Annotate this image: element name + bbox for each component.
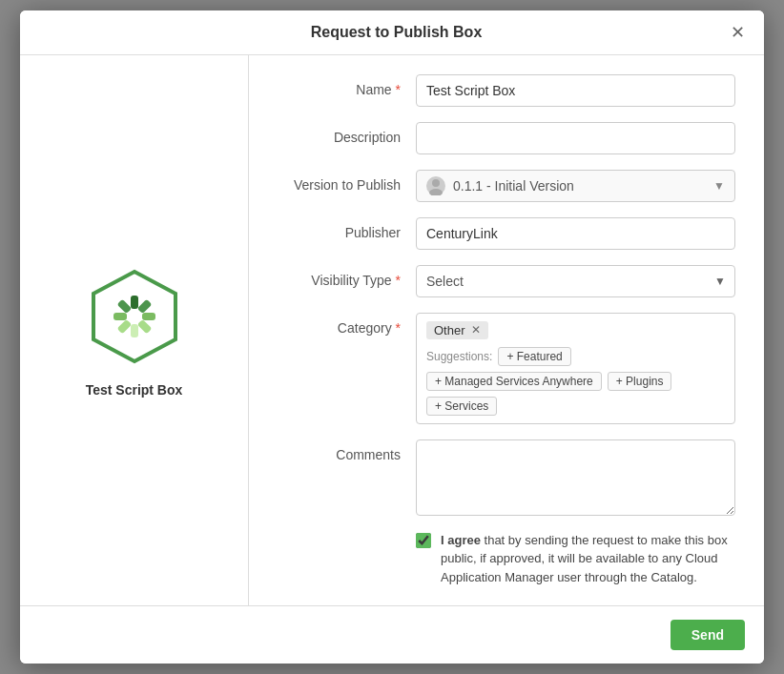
category-row: Category * Other ✕ Suggestions: + Fe xyxy=(278,313,735,424)
category-tag-other: Other ✕ xyxy=(426,321,488,339)
svg-rect-2 xyxy=(136,298,152,314)
agree-text: I agree that by sending the request to m… xyxy=(441,531,735,587)
suggestions-label: Suggestions: xyxy=(426,350,492,363)
modal-title: Request to Publish Box xyxy=(62,24,731,41)
suggestions-row: Suggestions: + Featured + Managed Servic… xyxy=(426,347,725,416)
publisher-label: Publisher xyxy=(278,217,416,240)
visibility-select[interactable]: Select Public Private Internal xyxy=(416,265,735,297)
right-panel: Name * Description Version to Publish xyxy=(249,55,764,606)
category-required-star: * xyxy=(396,320,401,336)
name-label: Name * xyxy=(278,74,416,97)
svg-rect-6 xyxy=(116,318,132,334)
suggestion-featured[interactable]: + Featured xyxy=(498,347,570,366)
svg-point-10 xyxy=(429,189,443,195)
svg-rect-1 xyxy=(131,296,138,309)
modal-header: Request to Publish Box ✕ xyxy=(20,10,764,55)
suggestion-plugins[interactable]: + Plugins xyxy=(608,372,672,391)
publisher-row: Publisher xyxy=(278,217,735,250)
category-label: Category * xyxy=(278,313,416,336)
svg-rect-7 xyxy=(113,313,127,320)
visibility-row: Visibility Type * Select Public Private … xyxy=(278,265,735,297)
comments-row: Comments xyxy=(278,439,735,516)
close-button[interactable]: ✕ xyxy=(731,24,745,41)
version-value: 0.1.1 - Initial Version xyxy=(453,178,574,194)
description-row: Description xyxy=(278,122,735,154)
visibility-select-wrapper: Select Public Private Internal ▼ xyxy=(416,265,735,297)
version-chevron-icon: ▼ xyxy=(713,179,725,193)
version-row: Version to Publish 0.1.1 - Initial Versi… xyxy=(278,170,735,202)
modal-footer: Send xyxy=(20,606,764,664)
left-panel: Test Script Box xyxy=(20,55,249,606)
svg-rect-4 xyxy=(136,318,152,334)
svg-marker-0 xyxy=(93,272,175,361)
svg-rect-5 xyxy=(131,324,138,337)
agree-checkbox[interactable] xyxy=(416,533,431,548)
version-dropdown[interactable]: 0.1.1 - Initial Version ▼ xyxy=(416,170,735,202)
visibility-label: Visibility Type * xyxy=(278,265,416,288)
send-button[interactable]: Send xyxy=(671,620,745,650)
category-box[interactable]: Other ✕ Suggestions: + Featured + Manage… xyxy=(416,313,735,424)
version-avatar xyxy=(426,176,445,195)
publisher-input[interactable] xyxy=(416,217,735,250)
category-tags: Other ✕ xyxy=(426,321,725,339)
description-label: Description xyxy=(278,122,416,145)
svg-point-9 xyxy=(432,179,440,187)
svg-rect-3 xyxy=(142,313,155,320)
suggestion-services[interactable]: + Services xyxy=(426,397,497,416)
tag-close-icon[interactable]: ✕ xyxy=(471,324,481,336)
visibility-required-star: * xyxy=(396,273,401,288)
box-title: Test Script Box xyxy=(86,382,183,398)
version-label: Version to Publish xyxy=(278,170,416,193)
suggestion-managed-services[interactable]: + Managed Services Anywhere xyxy=(426,372,602,391)
publish-box-modal: Request to Publish Box ✕ xyxy=(20,10,764,664)
modal-body: Test Script Box Name * Description xyxy=(20,55,764,607)
agree-row: I agree that by sending the request to m… xyxy=(278,531,735,587)
svg-rect-8 xyxy=(116,298,132,314)
name-required-star: * xyxy=(396,82,401,97)
box-logo xyxy=(82,264,187,369)
name-row: Name * xyxy=(278,74,735,107)
description-input[interactable] xyxy=(416,122,735,154)
comments-input[interactable] xyxy=(416,439,735,516)
comments-label: Comments xyxy=(278,439,416,462)
name-input[interactable] xyxy=(416,74,735,107)
